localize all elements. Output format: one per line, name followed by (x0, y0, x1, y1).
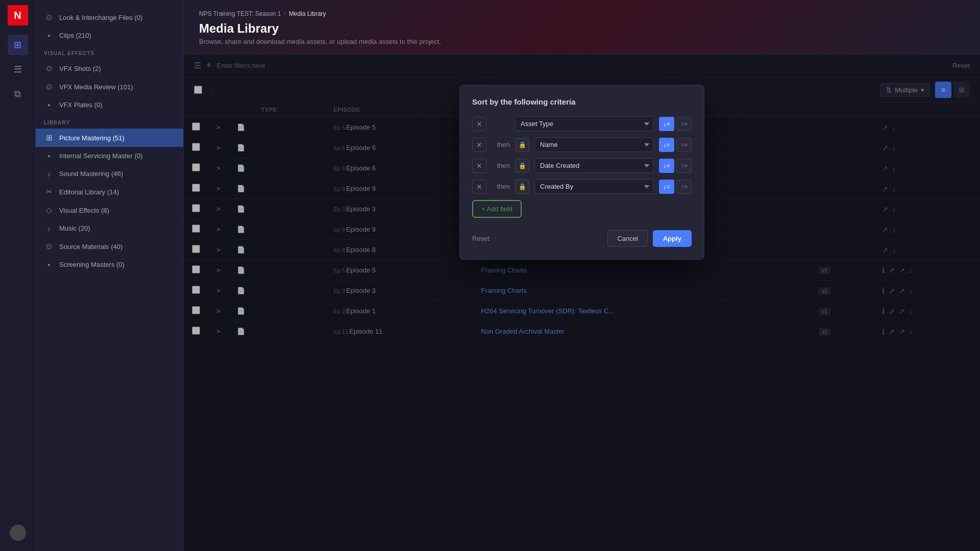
sort-reset-button[interactable]: Reset (472, 235, 489, 242)
sort-close-1[interactable]: ✕ (472, 117, 486, 131)
netflix-logo: N (8, 5, 28, 26)
nav-icon-media[interactable]: ⊞ (8, 35, 28, 55)
internal-servicing-icon: ▪ (44, 152, 54, 160)
sidebar-item-vfx-plates[interactable]: ▪ VFX Plates (0) (36, 96, 183, 114)
add-field-button[interactable]: + Add field (472, 200, 522, 218)
sort-row-1: ✕ Asset Type Name Date Created Created B… (472, 116, 692, 131)
sort-dir-btns-4: ↓= ↑= (659, 180, 692, 194)
vfx-media-review-icon: ⊙ (44, 82, 54, 91)
sidebar-item-look-interchange[interactable]: ⊙ Look & Interchange Files (0) (36, 8, 183, 27)
main-content: NPS Training TEST: Season 1 / Media Libr… (184, 0, 980, 551)
sidebar-item-sound-mastering[interactable]: ♪ Sound Mastering (46) (36, 165, 183, 183)
visual-effects-label: VISUAL EFFECTS (36, 44, 183, 59)
sort-field-select-3[interactable]: Date Created Asset Type Name Created By (534, 158, 654, 173)
modal-actions: Reset Cancel Apply (472, 230, 692, 247)
sidebar-item-clips[interactable]: ▪ Clips (210) (36, 27, 183, 44)
source-materials-icon: ⊙ (44, 242, 54, 251)
sort-then-label-3: then (492, 162, 510, 169)
library-label: LIBRARY (36, 114, 183, 129)
page-title: Media Library (199, 21, 965, 36)
sort-modal: Sort by the following criteria ✕ Asset T… (459, 85, 704, 260)
sort-desc-4[interactable]: ↑= (676, 180, 692, 194)
sort-dir-btns-2: ↓= ↑= (659, 138, 692, 152)
left-nav: N ⊞ ☰ ⧉ (0, 0, 36, 551)
sidebar: ⊙ Look & Interchange Files (0) ▪ Clips (… (36, 0, 184, 551)
sort-asc-3[interactable]: ↓= (659, 159, 674, 173)
sort-close-2[interactable]: ✕ (472, 138, 486, 152)
sort-field-select-2[interactable]: Name Asset Type Date Created Created By (534, 137, 654, 152)
nav-icon-folder[interactable]: ☰ (8, 59, 28, 80)
sidebar-item-source-materials[interactable]: ⊙ Source Materials (40) (36, 237, 183, 256)
sort-dir-btns-3: ↓= ↑= (659, 159, 692, 173)
apply-button[interactable]: Apply (653, 230, 692, 247)
sound-mastering-icon: ♪ (44, 169, 54, 178)
sort-desc-1[interactable]: ↑= (676, 117, 692, 131)
page-subtitle: Browse, share and download media assets,… (199, 38, 965, 45)
sort-dir-btns-1: ↓= ↑= (659, 117, 692, 131)
sort-row-2: ✕ then 🔒 Name Asset Type Date Created Cr… (472, 137, 692, 152)
sort-desc-2[interactable]: ↑= (676, 138, 692, 152)
sort-row-3: ✕ then 🔒 Date Created Asset Type Name Cr… (472, 158, 692, 173)
sort-asc-1[interactable]: ↓= (659, 117, 674, 131)
picture-mastering-icon: ⊞ (44, 133, 54, 142)
user-avatar[interactable] (10, 524, 26, 541)
sort-asc-2[interactable]: ↓= (659, 138, 674, 152)
sort-modal-title: Sort by the following criteria (472, 97, 692, 106)
nav-icon-layers[interactable]: ⧉ (8, 84, 28, 104)
vfx-shots-icon: ⊙ (44, 64, 54, 73)
sort-field-select-1[interactable]: Asset Type Name Date Created Created By (515, 116, 654, 131)
sort-close-3[interactable]: ✕ (472, 159, 486, 173)
visual-effects-icon: ◇ (44, 206, 54, 215)
screening-masters-icon: ▪ (44, 260, 54, 269)
breadcrumb: NPS Training TEST: Season 1 / Media Libr… (199, 10, 965, 17)
editorial-library-icon: ✂ (44, 187, 54, 196)
sort-row-4: ✕ then 🔒 Created By Asset Type Name Date… (472, 179, 692, 194)
sidebar-item-music[interactable]: ♪ Music (20) (36, 219, 183, 237)
sort-lock-2[interactable]: 🔒 (515, 138, 529, 152)
content-area: ☰ + Reset ⇅ Multiple ▾ ≡ ⊞ (184, 54, 980, 551)
sort-lock-4[interactable]: 🔒 (515, 180, 529, 194)
sort-lock-3[interactable]: 🔒 (515, 159, 529, 173)
sort-then-label-4: then (492, 183, 510, 190)
sidebar-item-internal-servicing[interactable]: ▪ Internal Servicing Master (0) (36, 147, 183, 165)
sort-close-4[interactable]: ✕ (472, 180, 486, 194)
vfx-plates-icon: ▪ (44, 101, 54, 109)
sort-field-select-4[interactable]: Created By Asset Type Name Date Created (534, 179, 654, 194)
cancel-button[interactable]: Cancel (607, 230, 647, 247)
sort-then-label-2: then (492, 141, 510, 148)
modal-overlay[interactable]: Sort by the following criteria ✕ Asset T… (184, 54, 980, 551)
look-interchange-icon: ⊙ (44, 13, 54, 22)
page-header: NPS Training TEST: Season 1 / Media Libr… (184, 0, 980, 54)
sidebar-item-picture-mastering[interactable]: ⊞ Picture Mastering (51) (36, 129, 183, 147)
modal-right-actions: Cancel Apply (607, 230, 692, 247)
music-icon: ♪ (44, 224, 54, 233)
sidebar-item-vfx-media-review[interactable]: ⊙ VFX Media Review (101) (36, 78, 183, 96)
sidebar-item-screening-masters[interactable]: ▪ Screening Masters (0) (36, 256, 183, 273)
sidebar-item-editorial-library[interactable]: ✂ Editorial Library (14) (36, 183, 183, 201)
sort-desc-3[interactable]: ↑= (676, 159, 692, 173)
sort-asc-4[interactable]: ↓= (659, 180, 674, 194)
clips-icon: ▪ (44, 31, 54, 40)
sidebar-item-vfx-shots[interactable]: ⊙ VFX Shots (2) (36, 59, 183, 78)
sidebar-item-visual-effects[interactable]: ◇ Visual Effects (8) (36, 201, 183, 219)
